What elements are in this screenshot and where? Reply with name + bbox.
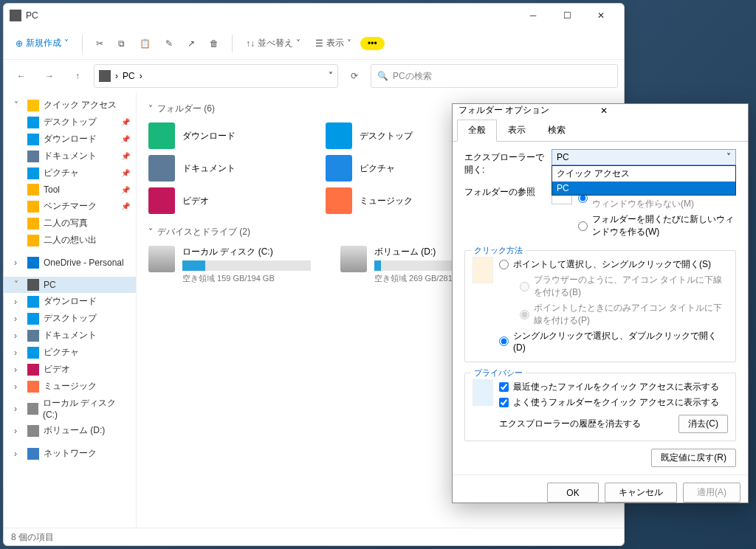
clear-history-button[interactable]: 消去(C) — [678, 415, 728, 433]
sidebar-pc-music[interactable]: ›ミュージック — [4, 378, 136, 395]
navbar: ← → ↑ › PC › ˅ ⟳ 🔍 PCの検索 — [4, 60, 624, 92]
sidebar-quickaccess[interactable]: ˅クイック アクセス — [4, 97, 136, 114]
restore-defaults-button[interactable]: 既定値に戻す(R) — [651, 449, 736, 467]
music-icon — [326, 187, 352, 214]
cut-button[interactable]: ✂ — [90, 35, 109, 52]
minimize-button[interactable]: ─ — [516, 4, 550, 27]
dialog-titlebar: フォルダー オプション ✕ — [453, 104, 748, 117]
tab-search[interactable]: 検索 — [537, 120, 577, 141]
sidebar-pc-drived[interactable]: ›ボリューム (D:) — [4, 422, 136, 439]
pin-icon: 📌 — [121, 118, 130, 126]
view-label: 表示 — [326, 37, 344, 49]
sidebar-photos2[interactable]: 二人の写真 — [4, 215, 136, 232]
combo-option-pc[interactable]: PC — [552, 182, 735, 195]
view-button[interactable]: ☰ 表示 ˅ — [309, 34, 357, 52]
sidebar-memories2[interactable]: 二人の想い出 — [4, 232, 136, 249]
search-box[interactable]: 🔍 PCの検索 — [371, 64, 618, 88]
sidebar: ˅クイック アクセス デスクトップ📌 ダウンロード📌 ドキュメント📌 ピクチャ📌… — [4, 92, 137, 528]
sidebar-pc-desktop[interactable]: ›デスクトップ — [4, 310, 136, 327]
document-icon — [148, 155, 175, 182]
open-with-dropdown: クイック アクセス PC — [551, 165, 736, 196]
status-bar: 8 個の項目 — [4, 528, 624, 545]
sidebar-pc-downloads[interactable]: ›ダウンロード — [4, 293, 136, 310]
folder-options-dialog: フォルダー オプション ✕ 全般 表示 検索 エクスプローラーで開く: PC˅ … — [452, 103, 749, 503]
dialog-title: フォルダー オプション — [458, 104, 600, 117]
pc-icon — [10, 10, 21, 21]
sidebar-pc-drivec[interactable]: ›ローカル ディスク (C:) — [4, 395, 136, 422]
open-with-combo[interactable]: PC˅ — [551, 149, 736, 165]
folder-documents[interactable]: ドキュメント — [148, 155, 296, 182]
drive-icon — [148, 246, 175, 272]
sidebar-network[interactable]: ›ネットワーク — [4, 445, 136, 462]
combo-option-quickaccess[interactable]: クイック アクセス — [552, 166, 735, 182]
folder-desktop[interactable]: デスクトップ — [326, 122, 473, 149]
sidebar-pc-videos[interactable]: ›ビデオ — [4, 361, 136, 378]
apply-button[interactable]: 適用(A) — [683, 483, 740, 503]
sidebar-pc-documents[interactable]: ›ドキュメント — [4, 327, 136, 344]
pin-icon: 📌 — [121, 202, 130, 210]
new-label: 新規作成 — [26, 37, 61, 49]
download-icon — [148, 122, 175, 149]
tab-general[interactable]: 全般 — [457, 120, 497, 142]
breadcrumb[interactable]: PC — [123, 71, 135, 81]
folder-videos[interactable]: ビデオ — [148, 187, 296, 214]
chevron-down-icon: ˅ — [726, 152, 731, 162]
drive-free: 空き領域 159 GB/194 GB — [182, 273, 311, 284]
ok-button[interactable]: OK — [547, 483, 599, 503]
drive-icon — [340, 246, 367, 272]
tab-view[interactable]: 表示 — [497, 120, 537, 141]
sidebar-pc-pictures[interactable]: ›ピクチャ — [4, 344, 136, 361]
pin-icon: 📌 — [121, 169, 130, 177]
search-placeholder: PCの検索 — [393, 70, 432, 83]
folder-downloads[interactable]: ダウンロード — [148, 122, 296, 149]
sidebar-pc[interactable]: ˅PC — [4, 277, 136, 293]
privacy-illustration-icon — [472, 379, 493, 406]
paste-button[interactable]: 📋 — [134, 35, 157, 52]
pin-icon: 📌 — [121, 152, 130, 160]
back-button[interactable]: ← — [10, 64, 33, 88]
dialog-close-button[interactable]: ✕ — [600, 106, 742, 116]
sidebar-desktop[interactable]: デスクトップ📌 — [4, 114, 136, 131]
radio-double-click[interactable]: シングルクリックで選択し、ダブルクリックで開く(D) — [499, 328, 728, 354]
copy-button[interactable]: ⧉ — [112, 35, 131, 52]
refresh-button[interactable]: ⟳ — [343, 64, 366, 88]
maximize-button[interactable]: ☐ — [550, 4, 584, 27]
drive-c[interactable]: ローカル ディスク (C:) 空き領域 159 GB/194 GB — [148, 246, 311, 284]
radio-underline-point[interactable]: ポイントしたときにのみアイコン タイトルに下線を付ける(P) — [520, 300, 728, 328]
share-button[interactable]: ↗ — [182, 35, 201, 52]
rename-button[interactable]: ✎ — [159, 35, 179, 52]
search-icon: 🔍 — [377, 71, 388, 81]
up-button[interactable]: ↑ — [66, 64, 89, 88]
folder-pictures[interactable]: ピクチャ — [326, 155, 473, 182]
sidebar-tool[interactable]: Tool📌 — [4, 182, 136, 198]
sidebar-onedrive[interactable]: ›OneDrive - Personal — [4, 255, 136, 271]
sidebar-downloads[interactable]: ダウンロード📌 — [4, 131, 136, 148]
radio-underline-browser[interactable]: ブラウザーのように、アイコン タイトルに下線を付ける(B) — [520, 272, 728, 300]
radio-new-window[interactable]: フォルダーを開くたびに新しいウィンドウを作る(W) — [578, 212, 736, 240]
close-button[interactable]: ✕ — [584, 4, 618, 27]
delete-button[interactable]: 🗑 — [204, 35, 224, 52]
pin-icon: 📌 — [121, 186, 130, 194]
address-bar[interactable]: › PC › ˅ — [94, 64, 338, 88]
new-button[interactable]: ⊕ 新規作成 ˅ — [10, 34, 75, 52]
history-label: エクスプローラーの履歴を消去する — [499, 418, 641, 430]
pin-icon: 📌 — [121, 135, 130, 143]
sort-label: 並べ替え — [258, 37, 293, 49]
folder-music[interactable]: ミュージック — [326, 187, 473, 214]
click-group: クリック方法 ポイントして選択し、シングルクリックで開く(S) ブラウザーのよう… — [464, 250, 736, 362]
pc-icon — [99, 70, 111, 82]
check-recent-files[interactable]: 最近使ったファイルをクイック アクセスに表示する — [499, 379, 728, 395]
video-icon — [148, 187, 175, 214]
toolbar: ⊕ 新規作成 ˅ ✂ ⧉ 📋 ✎ ↗ 🗑 ↑↓ 並べ替え ˅ ☰ 表示 ˅ ••… — [4, 27, 624, 60]
browse-label: フォルダーの参照 — [464, 184, 546, 198]
click-illustration-icon — [472, 257, 493, 283]
sort-button[interactable]: ↑↓ 並べ替え ˅ — [240, 34, 306, 52]
radio-single-click[interactable]: ポイントして選択し、シングルクリックで開く(S) — [499, 257, 728, 272]
more-button[interactable]: ••• — [360, 37, 385, 50]
cancel-button[interactable]: キャンセル — [605, 483, 677, 503]
sidebar-documents[interactable]: ドキュメント📌 — [4, 148, 136, 165]
sidebar-pictures[interactable]: ピクチャ📌 — [4, 165, 136, 182]
forward-button[interactable]: → — [38, 64, 61, 88]
sidebar-benchmark[interactable]: ベンチマーク📌 — [4, 198, 136, 215]
check-frequent-folders[interactable]: よく使うフォルダーをクイック アクセスに表示する — [499, 395, 728, 410]
